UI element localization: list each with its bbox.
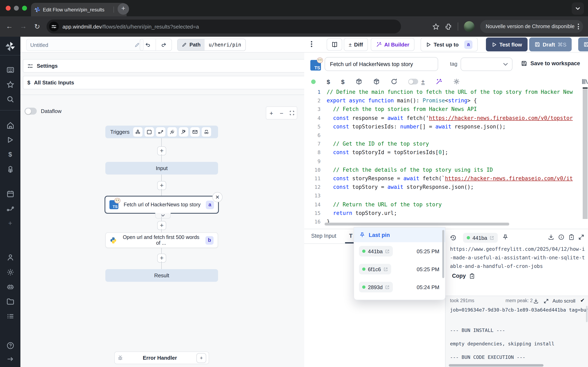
dropdown-scrollbar[interactable]: [442, 230, 444, 278]
settings-gear-icon[interactable]: [0, 268, 20, 276]
code-line[interactable]: 15 return topStory.url;: [304, 209, 588, 217]
fit-view-button[interactable]: [287, 110, 297, 115]
workers-robot-icon[interactable]: [0, 283, 20, 291]
test-flow-button[interactable]: Test flow: [486, 38, 528, 51]
traffic-light-minimize[interactable]: [14, 6, 19, 11]
test-up-to-button[interactable]: Test up to a: [421, 38, 478, 51]
last-pin-option[interactable]: Last pin: [354, 227, 445, 242]
tab-test-partial[interactable]: T: [349, 233, 353, 239]
traffic-light-close[interactable]: [6, 6, 11, 11]
deploy-button[interactable]: Deploy: [578, 38, 588, 51]
save-to-workspace-button[interactable]: Save to workspace: [521, 60, 580, 67]
extensions-icon[interactable]: [445, 23, 452, 30]
tag-select[interactable]: [461, 58, 512, 71]
bookmark-star-icon[interactable]: [432, 23, 439, 30]
external-link-icon[interactable]: [383, 267, 388, 271]
code-line[interactable]: 14 // Return the URL of the top story: [304, 200, 588, 209]
resources-cubes-icon[interactable]: [0, 166, 20, 173]
add-step-button[interactable]: +: [157, 146, 166, 155]
diff-mode-toggle[interactable]: [408, 79, 418, 84]
expand-logs-icon[interactable]: [544, 299, 549, 304]
help-circle-icon[interactable]: [0, 342, 20, 350]
editor-horizontal-scrollbar[interactable]: [325, 223, 509, 225]
forward-icon[interactable]: →: [16, 22, 30, 31]
ai-wand-icon[interactable]: [436, 78, 442, 85]
all-static-inputs-row[interactable]: $ All Static Inputs: [23, 76, 305, 89]
undo-button[interactable]: [140, 39, 156, 50]
kafka-plug-bolt-icon[interactable]: [179, 127, 188, 137]
external-link-icon[interactable]: [385, 285, 389, 289]
path-chip[interactable]: Path u/henri/pin: [177, 39, 246, 51]
pin-list-item[interactable]: 1e4ab 05:21 PM: [354, 296, 445, 300]
add-step-button[interactable]: +: [157, 254, 166, 263]
pin-list-item[interactable]: 441ba 05:25 PM: [354, 242, 445, 260]
reload-icon[interactable]: ↻: [30, 22, 44, 31]
code-line[interactable]: 5 const topStoriesIds: number[] = await …: [304, 122, 588, 131]
diff-button[interactable]: ± Diff: [344, 38, 368, 51]
runs-play-icon[interactable]: [0, 136, 20, 143]
workspace-card-icon[interactable]: [0, 66, 20, 74]
code-line[interactable]: 2export async function main(): Promise<s…: [304, 96, 588, 105]
audit-logs-list-icon[interactable]: [0, 312, 20, 320]
step-name-input[interactable]: [325, 57, 438, 71]
draft-button[interactable]: Draft ⌘S: [529, 38, 572, 51]
site-info-icon[interactable]: [49, 22, 59, 31]
dataflow-toggle[interactable]: [25, 108, 37, 115]
docs-book-button[interactable]: [327, 38, 342, 50]
external-link-icon[interactable]: [385, 249, 389, 253]
editor-settings-gear-icon[interactable]: [453, 78, 460, 85]
code-line[interactable]: 11 const storyResponse = await fetch(`ht…: [304, 174, 588, 183]
pin-hash-chip[interactable]: 441ba: [359, 246, 393, 257]
scheduled-poll-icon[interactable]: [202, 127, 211, 137]
autoscroll-checkbox[interactable]: ✔: [580, 297, 585, 303]
zoom-out-button[interactable]: −: [277, 109, 287, 117]
code-line[interactable]: 10 // Fetch the details of the top story…: [304, 165, 588, 174]
error-handler-node[interactable]: Error Handler +: [114, 351, 209, 364]
user-person-icon[interactable]: [0, 254, 20, 261]
variables-dollar-icon[interactable]: $: [0, 151, 20, 158]
input-node[interactable]: Input: [105, 162, 218, 175]
code-line[interactable]: 7 // Get the ID of the top story: [304, 140, 588, 148]
webhook-icon[interactable]: [133, 127, 143, 137]
add-error-handler-button[interactable]: +: [196, 353, 206, 363]
package-box-icon[interactable]: [373, 78, 380, 85]
result-url[interactable]: https://www.geoffreylitt.com/2025/04/12/…: [450, 245, 586, 271]
code-line[interactable]: 12 const topStory = await storyResponse.…: [304, 183, 588, 191]
schedule-calendar-icon[interactable]: [145, 127, 154, 137]
settings-row[interactable]: Settings: [23, 59, 305, 73]
download-icon[interactable]: [548, 234, 554, 240]
history-icon[interactable]: [450, 234, 457, 241]
zoom-in-button[interactable]: +: [266, 109, 277, 117]
reload-icon[interactable]: [390, 78, 397, 85]
pin-list-item[interactable]: 2893d 05:24 PM: [354, 278, 445, 296]
flow-name-field[interactable]: Untitled: [26, 39, 144, 51]
pin-hash-chip[interactable]: 2893d: [359, 282, 393, 292]
package-box-icon[interactable]: [355, 78, 362, 85]
code-line[interactable]: 13: [304, 192, 588, 200]
result-node[interactable]: Result: [105, 269, 218, 282]
expand-arrow-icon[interactable]: [0, 356, 20, 363]
redo-button[interactable]: [156, 39, 172, 50]
back-icon[interactable]: ←: [2, 22, 16, 31]
code-line[interactable]: 6: [304, 131, 588, 140]
home-icon[interactable]: [0, 122, 20, 129]
test-up-to-step-badge[interactable]: a: [464, 40, 472, 49]
logs-vertical-scrollbar[interactable]: [586, 306, 588, 322]
editor-vertical-scrollbar[interactable]: [582, 89, 588, 224]
add-step-button[interactable]: +: [157, 221, 166, 230]
triggers-node[interactable]: Triggers: [105, 125, 218, 138]
add-plus-icon[interactable]: +: [0, 219, 20, 227]
browser-tab[interactable]: Edit Flow u/henri/pin_results ✕: [31, 3, 127, 16]
ai-builder-button[interactable]: AI Builder: [371, 38, 415, 51]
variable-dollar-icon[interactable]: $: [327, 78, 330, 85]
copy-button[interactable]: Copy: [452, 273, 475, 279]
pin-list-item[interactable]: 6f1c6 05:25 PM: [354, 260, 445, 278]
info-icon[interactable]: [558, 234, 564, 240]
code-line[interactable]: 8 const topStoryId = topStoriesIds[0];: [304, 148, 588, 157]
logs-horizontal-scrollbar[interactable]: [449, 364, 544, 367]
more-options-icon[interactable]: [309, 40, 314, 48]
email-envelope-icon[interactable]: [190, 127, 200, 137]
profile-avatar[interactable]: [464, 21, 474, 32]
http-route-icon[interactable]: [156, 127, 165, 137]
folders-icon[interactable]: [0, 298, 20, 305]
